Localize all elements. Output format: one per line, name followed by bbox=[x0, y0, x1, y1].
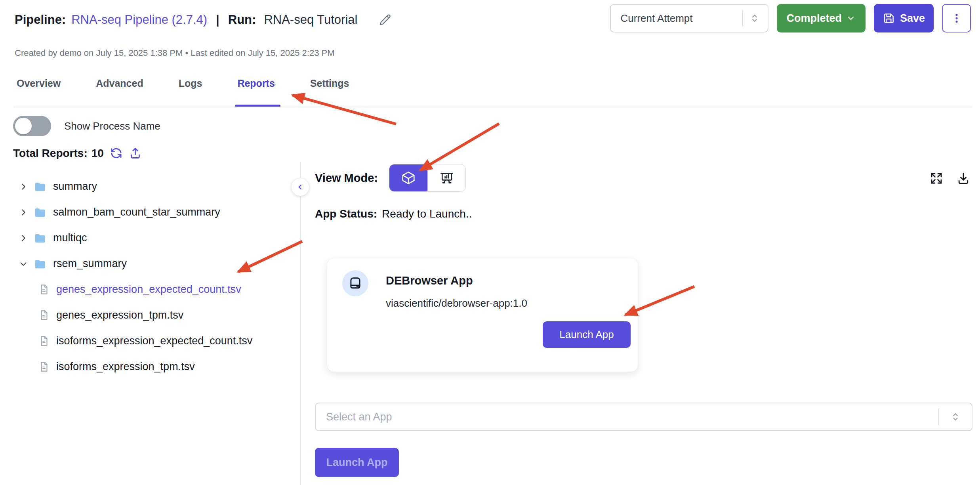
up-down-chevrons-icon bbox=[949, 411, 961, 423]
more-actions-button[interactable] bbox=[942, 4, 971, 32]
hard-drive-icon bbox=[348, 276, 363, 291]
tab-overview[interactable]: Overview bbox=[17, 78, 61, 107]
run-label: Run: bbox=[228, 13, 256, 27]
status-button-label: Completed bbox=[786, 12, 842, 25]
refresh-reports-icon[interactable] bbox=[110, 147, 123, 160]
download-icon[interactable] bbox=[956, 171, 970, 185]
tab-settings[interactable]: Settings bbox=[310, 78, 349, 107]
folder-icon bbox=[33, 231, 46, 244]
tab-divider bbox=[13, 107, 972, 107]
status-button[interactable]: Completed bbox=[777, 4, 866, 32]
pipeline-label: Pipeline: bbox=[15, 13, 66, 27]
run-meta: Created by demo on July 15, 2025 1:38 PM… bbox=[15, 48, 335, 58]
app-card-image: viascientific/debrowser-app:1.0 bbox=[386, 297, 527, 309]
select-divider bbox=[742, 10, 743, 27]
report-tree: summary salmon_bam_count_star_summary mu… bbox=[13, 174, 300, 380]
view-mode-segmented-control bbox=[389, 164, 466, 192]
export-reports-icon[interactable] bbox=[129, 147, 142, 160]
view-mode-row: View Mode: bbox=[315, 164, 466, 192]
app-select[interactable]: Select an App bbox=[315, 403, 972, 431]
tab-bar: Overview Advanced Logs Reports Settings bbox=[17, 78, 349, 107]
tab-logs[interactable]: Logs bbox=[179, 78, 202, 107]
app-card-title: DEBrowser App bbox=[386, 274, 473, 287]
chevron-right-icon bbox=[19, 208, 28, 217]
tab-reports[interactable]: Reports bbox=[237, 78, 275, 107]
total-reports-count: 10 bbox=[92, 147, 104, 160]
app-status-value: Ready to Launch.. bbox=[382, 208, 472, 220]
attempt-select-value: Current Attempt bbox=[620, 12, 692, 25]
file-icon bbox=[38, 284, 50, 295]
chevron-right-icon bbox=[19, 233, 28, 243]
folder-icon bbox=[33, 180, 46, 193]
file-icon bbox=[38, 309, 50, 321]
pipeline-name-link[interactable]: RNA-seq Pipeline (2.7.4) bbox=[71, 13, 207, 27]
chevron-down-icon bbox=[846, 13, 856, 23]
launch-app-button[interactable]: Launch App bbox=[315, 448, 399, 477]
tree-file-genes-expression-tpm[interactable]: genes_expression_tpm.tsv bbox=[13, 302, 300, 328]
save-icon bbox=[883, 12, 895, 25]
tree-file-isoforms-expression-expected-count[interactable]: isoforms_expression_expected_count.tsv bbox=[13, 328, 300, 354]
panel-divider bbox=[300, 162, 301, 485]
report-actions bbox=[929, 171, 970, 185]
title-separator: | bbox=[216, 13, 219, 27]
save-button-label: Save bbox=[900, 12, 925, 25]
kebab-menu-icon bbox=[951, 12, 963, 24]
edit-run-name-icon[interactable] bbox=[378, 13, 392, 27]
show-process-toggle-row: Show Process Name bbox=[13, 116, 160, 136]
fullscreen-icon[interactable] bbox=[929, 171, 944, 185]
app-status-label: App Status: bbox=[315, 208, 377, 220]
file-icon bbox=[38, 335, 50, 347]
card-launch-app-button[interactable]: Launch App bbox=[543, 321, 631, 348]
folder-icon bbox=[33, 206, 46, 219]
tree-folder-multiqc[interactable]: multiqc bbox=[13, 225, 300, 251]
cube-icon bbox=[401, 170, 416, 185]
page-title: Pipeline: RNA-seq Pipeline (2.7.4) | Run… bbox=[15, 13, 392, 27]
save-button[interactable]: Save bbox=[874, 4, 934, 32]
app-card: DEBrowser App viascientific/debrowser-ap… bbox=[327, 258, 638, 372]
select-divider bbox=[938, 409, 939, 425]
chevron-left-icon bbox=[296, 183, 305, 191]
toggle-knob bbox=[15, 118, 32, 134]
chevron-right-icon bbox=[19, 182, 28, 191]
app-select-placeholder: Select an App bbox=[326, 411, 392, 423]
show-process-toggle[interactable] bbox=[13, 116, 51, 136]
show-process-toggle-label: Show Process Name bbox=[64, 120, 160, 132]
tree-file-isoforms-expression-tpm[interactable]: isoforms_expression_tpm.tsv bbox=[13, 354, 300, 380]
run-name: RNA-seq Tutorial bbox=[264, 13, 357, 27]
total-reports-label: Total Reports: bbox=[13, 147, 88, 160]
view-mode-app-button[interactable] bbox=[389, 164, 427, 191]
folder-icon bbox=[33, 257, 46, 270]
attempt-select[interactable]: Current Attempt bbox=[610, 4, 768, 32]
up-down-chevrons-icon bbox=[749, 12, 761, 24]
arrow-to-view-mode bbox=[420, 124, 499, 170]
app-badge bbox=[342, 270, 368, 296]
view-mode-label: View Mode: bbox=[315, 172, 378, 185]
tab-advanced[interactable]: Advanced bbox=[96, 78, 143, 107]
file-icon bbox=[38, 361, 50, 372]
tree-file-genes-expression-expected-count[interactable]: genes_expression_expected_count.tsv bbox=[13, 277, 300, 302]
collapse-panel-button[interactable] bbox=[291, 178, 309, 196]
chevron-down-icon bbox=[19, 259, 28, 269]
total-reports-row: Total Reports: 10 bbox=[13, 147, 142, 160]
app-status: App Status: Ready to Launch.. bbox=[315, 208, 472, 220]
presentation-chart-icon bbox=[439, 170, 454, 185]
view-mode-report-button[interactable] bbox=[427, 164, 465, 191]
tree-folder-summary[interactable]: summary bbox=[13, 174, 300, 199]
tree-folder-salmon-bam-count-star-summary[interactable]: salmon_bam_count_star_summary bbox=[13, 199, 300, 225]
tree-folder-rsem-summary[interactable]: rsem_summary bbox=[13, 251, 300, 277]
header-controls: Current Attempt Completed Save bbox=[610, 4, 971, 32]
